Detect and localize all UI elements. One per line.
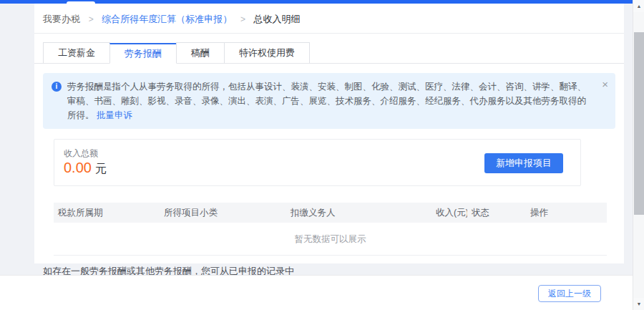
tab-labor-remuneration[interactable]: 劳务报酬 [109, 43, 177, 64]
income-total-label: 收入总额 [64, 147, 98, 160]
scrollbar-thumb[interactable] [634, 32, 644, 215]
tab-author-remuneration[interactable]: 稿酬 [176, 42, 225, 63]
column-header-income-amount: 收入(元) [431, 207, 467, 219]
add-declaration-item-button[interactable]: 新增申报项目 [484, 153, 563, 173]
breadcrumb-separator-icon: > [89, 14, 94, 24]
banner-text: 劳务报酬是指个人从事劳务取得的所得，包括从事设计、装潢、安装、制图、化验、测试、… [67, 82, 586, 120]
info-banner: i 劳务报酬是指个人从事劳务取得的所得，包括从事设计、装潢、安装、制图、化验、测… [43, 73, 615, 129]
batch-appeal-link[interactable]: 批量申诉 [97, 110, 132, 120]
breadcrumb-item-home[interactable]: 我要办税 [43, 14, 80, 24]
close-icon[interactable]: × [602, 79, 608, 90]
breadcrumb-separator-icon: > [240, 14, 245, 24]
table-header-row: 税款所属期 所得项目小类 扣缴义务人 收入(元) 状态 操作 [54, 203, 607, 223]
vertical-scrollbar[interactable]: ▲ ▼ [633, 0, 644, 310]
breadcrumb-item-annual-settlement[interactable]: 综合所得年度汇算（标准申报） [102, 14, 232, 24]
income-amount-value: 0.00 [64, 160, 92, 175]
column-header-tax-period: 税款所属期 [54, 207, 160, 219]
back-to-previous-button[interactable]: 返回上一级 [538, 285, 601, 302]
tab-royalties[interactable]: 特许权使用费 [224, 42, 310, 63]
column-header-actions: 操作 [526, 207, 607, 219]
info-icon: i [52, 82, 62, 92]
column-header-income-subcategory: 所得项目小类 [160, 207, 286, 219]
income-amount-row: 0.00元 [64, 160, 107, 177]
breadcrumb-item-current: 总收入明细 [254, 14, 301, 24]
income-type-tabs: 工资薪金 劳务报酬 稿酬 特许权使用费 [34, 42, 624, 64]
scroll-down-arrow-icon[interactable]: ▼ [633, 298, 644, 310]
income-summary-card: 收入总额 0.00元 新增申报项目 [54, 139, 581, 186]
income-amount-unit: 元 [95, 163, 107, 175]
table-empty-state: 暂无数据可以展示 [54, 223, 607, 256]
tab-content: i 劳务报酬是指个人从事劳务取得的所得，包括从事设计、装潢、安装、制图、化验、测… [34, 73, 624, 291]
main-panel: 我要办税 > 综合所得年度汇算（标准申报） > 总收入明细 工资薪金 劳务报酬 … [34, 4, 624, 263]
column-header-status: 状态 [467, 207, 526, 219]
breadcrumb: 我要办税 > 综合所得年度汇算（标准申报） > 总收入明细 [34, 4, 624, 34]
scroll-up-arrow-icon[interactable]: ▲ [633, 0, 644, 12]
tab-salary[interactable]: 工资薪金 [43, 42, 110, 63]
footer-bar: 返回上一级 [0, 275, 633, 310]
column-header-withholding-agent: 扣缴义务人 [286, 207, 431, 219]
income-records-table: 税款所属期 所得项目小类 扣缴义务人 收入(元) 状态 操作 暂无数据可以展示 [54, 203, 607, 256]
